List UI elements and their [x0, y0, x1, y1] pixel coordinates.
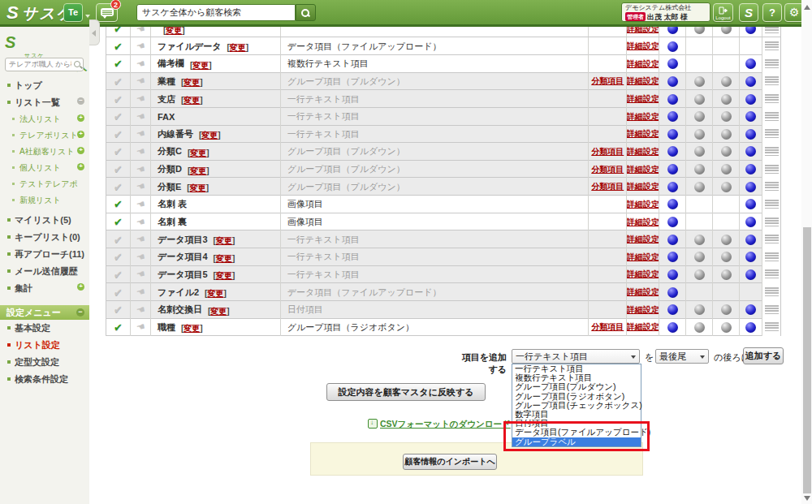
row-enabled-cell[interactable]: ✔ [106, 319, 131, 337]
toggle-cell[interactable] [686, 27, 713, 37]
detail-link[interactable]: 詳細設定 [627, 93, 659, 105]
gray-dot-icon[interactable] [694, 76, 705, 87]
blue-dot-icon[interactable] [667, 304, 678, 315]
csv-download-link[interactable]: CSVフォーマットのダウンロード [368, 419, 511, 430]
reorder-handle-cell[interactable] [762, 266, 780, 284]
row-enabled-cell[interactable]: ✔ [106, 283, 131, 301]
change-link[interactable]: 変更 [207, 289, 223, 298]
blue-dot-icon[interactable] [667, 27, 678, 34]
toggle-cell[interactable] [740, 283, 762, 301]
toggle-cell[interactable] [659, 196, 686, 213]
toggle-cell[interactable] [686, 178, 713, 196]
reorder-handle-cell[interactable] [762, 143, 780, 161]
gray-dot-icon[interactable] [721, 27, 732, 34]
add-button[interactable]: 追加する [743, 347, 784, 364]
toggle-cell[interactable] [740, 178, 762, 196]
reorder-handle-cell[interactable] [762, 90, 780, 108]
gray-dot-icon[interactable] [694, 235, 705, 245]
sidebar-item[interactable]: リスト一覧− [0, 94, 89, 111]
toggle-cell[interactable] [659, 108, 686, 126]
hand-cell[interactable]: ☚ [131, 27, 151, 37]
toggle-cell[interactable] [713, 301, 740, 319]
blue-dot-icon[interactable] [667, 217, 678, 227]
hand-cell[interactable]: ☚ [131, 55, 151, 73]
reorder-handle-cell[interactable] [762, 55, 780, 73]
toggle-cell[interactable] [713, 143, 740, 161]
blue-dot-icon[interactable] [745, 199, 756, 209]
hand-cell[interactable]: ☚ [131, 283, 151, 301]
toggle-cell[interactable] [686, 301, 713, 319]
toggle-cell[interactable] [740, 27, 762, 37]
detail-link[interactable]: 詳細設定 [627, 41, 659, 52]
row-enabled-cell[interactable]: ✔ [106, 248, 131, 266]
toggle-cell[interactable] [659, 161, 686, 179]
toggle-cell[interactable] [713, 230, 740, 248]
blue-dot-icon[interactable] [745, 129, 756, 140]
toggle-cell[interactable] [740, 230, 762, 248]
hand-cell[interactable]: ☚ [131, 248, 151, 266]
reorder-handle-cell[interactable] [762, 319, 780, 337]
gray-dot-icon[interactable] [694, 94, 705, 105]
toggle-cell[interactable] [740, 108, 762, 126]
toggle-cell[interactable] [740, 213, 762, 231]
toggle-cell[interactable] [659, 301, 686, 319]
reorder-handle-cell[interactable] [762, 37, 780, 55]
gray-dot-icon[interactable] [694, 27, 705, 34]
toggle-cell[interactable] [659, 178, 686, 196]
te-app-button[interactable]: Te [63, 3, 83, 22]
toggle-cell[interactable] [740, 161, 762, 179]
change-link[interactable]: 変更 [190, 149, 206, 157]
hand-cell[interactable]: ☚ [131, 213, 151, 231]
toggle-cell[interactable] [713, 248, 740, 266]
global-search-button[interactable] [296, 4, 316, 21]
detail-link[interactable]: 詳細設定 [627, 27, 659, 35]
blue-dot-icon[interactable] [745, 304, 756, 315]
change-link[interactable]: 変更 [216, 254, 232, 263]
change-link[interactable]: 変更 [216, 236, 232, 245]
toggle-cell[interactable] [686, 283, 713, 301]
blue-dot-icon[interactable] [745, 146, 756, 157]
position-select[interactable]: 最後尾 [655, 349, 709, 364]
reorder-handle-cell[interactable] [762, 161, 780, 179]
sidebar-search-icon[interactable] [74, 61, 81, 68]
gray-dot-icon[interactable] [721, 146, 732, 157]
toggle-cell[interactable] [659, 126, 686, 144]
blue-dot-icon[interactable] [745, 322, 756, 333]
reorder-handle-cell[interactable] [762, 73, 780, 91]
toggle-cell[interactable] [686, 73, 713, 91]
row-enabled-cell[interactable]: ✔ [106, 196, 131, 213]
toggle-cell[interactable] [713, 90, 740, 108]
blue-dot-icon[interactable] [667, 182, 678, 192]
toggle-cell[interactable] [713, 73, 740, 91]
toggle-cell[interactable] [740, 266, 762, 284]
gray-dot-icon[interactable] [721, 269, 732, 280]
toggle-cell[interactable] [659, 230, 686, 248]
blue-dot-icon[interactable] [745, 58, 756, 69]
toggle-cell[interactable] [686, 213, 713, 231]
vertical-scrollbar[interactable] [801, 0, 812, 504]
sidebar-item[interactable]: メール送信履歴 [0, 263, 89, 280]
sidebar-item[interactable]: キープリスト(0) [0, 229, 89, 246]
row-enabled-cell[interactable]: ✔ [106, 143, 131, 161]
toggle-cell[interactable] [686, 319, 713, 337]
gray-dot-icon[interactable] [721, 76, 732, 87]
detail-link[interactable]: 詳細設定 [627, 199, 659, 210]
toggle-cell[interactable] [686, 248, 713, 266]
blue-dot-icon[interactable] [667, 94, 678, 105]
sidebar-settings-item[interactable]: 検索条件設定 [0, 371, 89, 388]
plus-icon[interactable]: + [77, 147, 84, 154]
toggle-cell[interactable] [686, 266, 713, 284]
toggle-cell[interactable] [740, 143, 762, 161]
toggle-cell[interactable] [713, 126, 740, 144]
detail-link[interactable]: 詳細設定 [627, 217, 659, 228]
reorder-handle-cell[interactable] [762, 27, 780, 37]
dropdown-option[interactable]: グループ項目(プルダウン) [512, 382, 641, 391]
hand-cell[interactable]: ☚ [131, 126, 151, 144]
blue-dot-icon[interactable] [667, 41, 678, 52]
toggle-cell[interactable] [686, 196, 713, 213]
toggle-cell[interactable] [686, 55, 713, 73]
detail-link[interactable]: 詳細設定 [627, 286, 659, 298]
row-enabled-cell[interactable]: ✔ [106, 37, 131, 55]
change-link[interactable]: 変更 [216, 271, 232, 280]
toggle-cell[interactable] [713, 266, 740, 284]
